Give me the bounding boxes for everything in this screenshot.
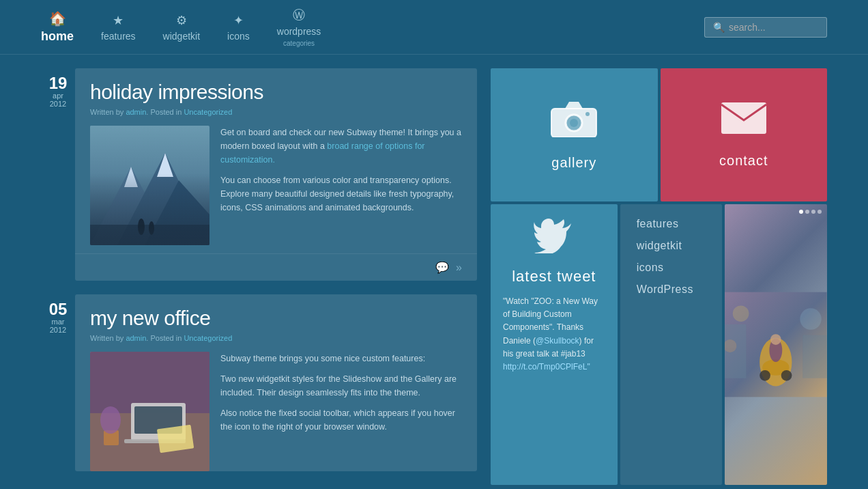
envelope-icon (720, 101, 768, 143)
svg-point-33 (800, 308, 822, 330)
nav-item-widgetkit[interactable]: ⚙ widgetkit (163, 13, 200, 42)
main-nav: 🏠 home ★ features ⚙ widgetkit ✦ icons Ⓦ … (41, 7, 321, 47)
features-tile: features widgetkit icons WordPress (620, 204, 723, 485)
search-input[interactable] (729, 22, 824, 33)
post-body: Subway theme brings you some nice custom… (90, 352, 462, 471)
svg-point-20 (570, 119, 578, 127)
svg-rect-31 (803, 335, 827, 378)
post-image (90, 352, 209, 471)
tweet-title: latest tweet (512, 268, 596, 285)
svg-point-26 (760, 370, 771, 381)
nav-item-icons[interactable]: ✦ icons (227, 13, 250, 42)
post-image (90, 126, 209, 245)
nav-item-features[interactable]: ★ features (101, 13, 136, 42)
top-tiles: gallery contact (491, 68, 827, 201)
features-list-item-features[interactable]: features (637, 218, 706, 230)
post-card: holiday impressions Written by admin. Po… (75, 68, 477, 281)
post-title: my new office (90, 307, 462, 330)
svg-rect-22 (721, 102, 766, 134)
star-icon: ★ (113, 13, 124, 28)
photo-dots (799, 210, 822, 214)
tweet-url-link[interactable]: http://t.co/Tmp0CPlFeL" (503, 362, 590, 372)
post-card: my new office Written by admin. Posted i… (75, 294, 477, 471)
search-icon: 🔍 (713, 22, 725, 33)
post-category-link[interactable]: Uncategorized (184, 334, 232, 342)
gear-icon: ⚙ (176, 13, 187, 28)
post-meta: Written by admin. Posted in Uncategorize… (90, 108, 462, 116)
post-category-link[interactable]: Uncategorized (184, 108, 232, 116)
photo-placeholder (725, 204, 827, 485)
features-list: features widgetkit icons WordPress (620, 204, 723, 309)
nav-item-wordpress[interactable]: Ⓦ wordpress categories (277, 7, 321, 47)
comment-icon[interactable]: 💬 (435, 261, 449, 274)
mountain-image (90, 126, 209, 245)
twitter-bird-icon (534, 218, 575, 262)
search-box[interactable]: 🔍 (704, 17, 827, 38)
contact-label: contact (719, 153, 768, 169)
gallery-tile[interactable]: gallery (491, 68, 658, 201)
contact-tile[interactable]: contact (661, 68, 828, 201)
office-svg (90, 352, 209, 471)
icons-nav-icon: ✦ (233, 13, 244, 28)
photo-dot (818, 210, 822, 214)
photo-dot (805, 210, 809, 214)
post-footer: 💬 » (75, 253, 477, 281)
header: 🏠 home ★ features ⚙ widgetkit ✦ icons Ⓦ … (0, 0, 868, 55)
post-title: holiday impressions (90, 81, 462, 104)
post-text: Subway theme brings you some nice custom… (220, 352, 462, 471)
post-text: Get on board and check our new Subway th… (220, 126, 462, 245)
post-item: 05 mar 2012 my new office Written by adm… (41, 294, 477, 471)
post-author-link[interactable]: admin (126, 334, 146, 342)
features-list-item-wordpress[interactable]: WordPress (637, 283, 706, 296)
office-image (90, 352, 209, 471)
svg-point-21 (585, 112, 590, 116)
svg-point-29 (770, 334, 781, 345)
svg-point-32 (733, 305, 749, 322)
post-item: 19 apr 2012 holiday impressions Written … (41, 68, 477, 281)
right-column: gallery contact (491, 68, 827, 485)
main-content: 19 apr 2012 holiday impressions Written … (0, 55, 868, 489)
photo-tile[interactable] (725, 204, 827, 485)
post-date: 19 apr 2012 (41, 68, 75, 281)
post-link[interactable]: broad range of options for customization… (220, 141, 425, 165)
svg-point-27 (781, 370, 792, 381)
tweet-tile[interactable]: latest tweet "Watch "ZOO: a New Way of B… (491, 204, 618, 485)
nav-item-home[interactable]: 🏠 home (41, 10, 74, 44)
photo-dot (811, 210, 815, 214)
svg-rect-15 (157, 425, 194, 453)
photo-dot (799, 210, 803, 214)
post-meta: Written by admin. Posted in Uncategorize… (90, 334, 462, 342)
features-list-item-widgetkit[interactable]: widgetkit (637, 240, 706, 252)
home-icon: 🏠 (49, 10, 66, 27)
tweet-text: "Watch "ZOO: a New Way of Building Custo… (503, 295, 605, 374)
post-date: 05 mar 2012 (41, 294, 75, 471)
camera-icon (550, 99, 598, 145)
post-author-link[interactable]: admin (126, 108, 146, 116)
next-icon[interactable]: » (456, 262, 462, 274)
post-body: Get on board and check our new Subway th… (90, 126, 462, 245)
wordpress-icon: Ⓦ (293, 7, 305, 23)
svg-point-16 (100, 406, 121, 434)
bottom-section: latest tweet "Watch "ZOO: a New Way of B… (491, 204, 827, 485)
features-list-item-icons[interactable]: icons (637, 262, 706, 274)
tweet-handle-link[interactable]: @Skullbock (536, 336, 579, 346)
left-column: 19 apr 2012 holiday impressions Written … (41, 68, 477, 485)
gallery-label: gallery (551, 155, 596, 171)
